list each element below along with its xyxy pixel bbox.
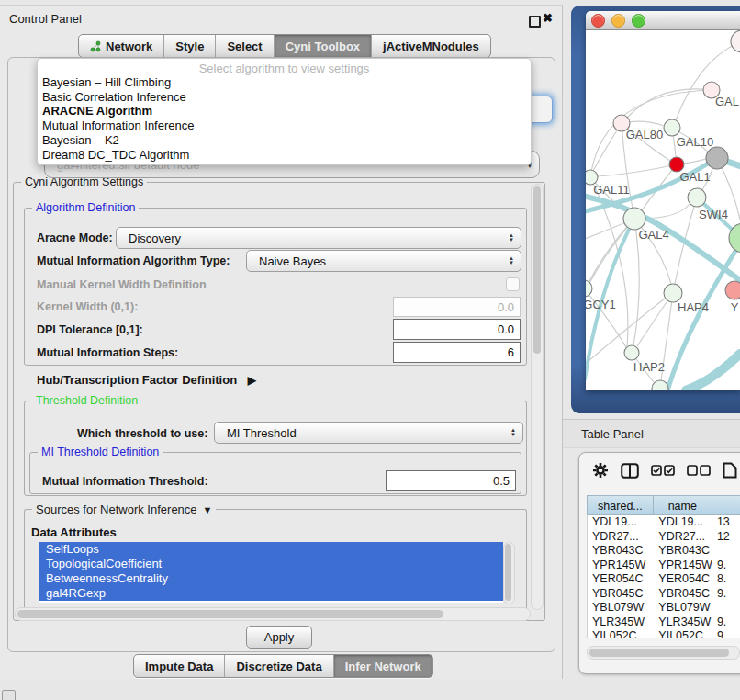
attribute-list-item[interactable]: TopologicalCoefficient [39,557,503,571]
bottom-tab-discretize-data[interactable]: Discretize Data [224,655,332,677]
close-traffic-light[interactable] [591,14,605,28]
minimize-traffic-light[interactable] [611,14,625,28]
table-row[interactable]: YDL19...YDL19...13 [588,515,740,530]
mi-threshold-group-title: MI Threshold Definition [38,446,163,458]
network-node[interactable] [731,30,740,52]
tab-style[interactable]: Style [163,35,215,57]
table-cell: 9. [712,615,740,630]
table-cell: YDR27... [588,530,654,545]
dropdown-item[interactable]: Mutual Information Inference [38,119,531,133]
settings-horizontal-scrollbar[interactable] [15,607,531,621]
dropdown-item[interactable]: Basic Correlation Inference [38,90,531,105]
table-panel-title: Table Panel [563,427,644,441]
network-node[interactable] [706,147,728,169]
table-header-row: shared...name [587,495,740,515]
table-row[interactable]: YBL079WYBL079W [588,601,740,615]
dropdown-item[interactable]: Bayesian – K2 [38,133,531,148]
close-panel-icon[interactable]: ✖ [543,11,553,25]
aracne-mode-combo[interactable]: Discovery ▲▼ [116,227,521,249]
unchecked-checkboxes-icon[interactable] [687,465,711,476]
mi-threshold-label: Mutual Information Threshold: [42,475,208,488]
tab-cyni-toolbox[interactable]: Cyni Toolbox [274,35,371,57]
float-panel-icon[interactable] [529,16,541,28]
mi-steps-field[interactable]: 6 [393,342,521,363]
mi-threshold-field[interactable]: 0.5 [386,470,516,491]
table-cell: YBR043C [654,544,712,559]
table-row[interactable]: YDR27...YDR27...12 [588,530,740,545]
tab-label: Select [227,40,262,53]
tab-label: Infer Network [345,660,421,673]
table-row[interactable]: YPR145WYPR145W9. [588,559,740,573]
chevron-right-icon: ▶ [248,374,256,387]
table-cell: YDR27... [654,530,712,545]
table-cell: 13 [712,515,740,530]
table-cell: YDL19... [654,515,712,530]
mi-type-combo[interactable]: Naive Bayes ▲▼ [246,250,521,272]
checked-checkboxes-icon[interactable] [651,465,675,476]
node-label: GAL11 [593,183,630,197]
attribute-list-item[interactable]: gal4RGexp [39,586,503,601]
gear-icon[interactable] [592,462,609,479]
dropdown-item[interactable]: ARACNE Algorithm [38,104,531,119]
table-row[interactable]: YBR045CYBR045C9. [588,587,740,602]
node-attribute-table: shared...name YDL19...YDL19...13YDR27...… [587,495,740,638]
network-node-hap2[interactable] [624,345,639,360]
network-edge [598,164,677,176]
tab-jactivemnodules[interactable]: jActiveMNodules [371,35,490,57]
sources-group-title[interactable]: Sources for Network Inference▼ [32,502,216,516]
apply-button[interactable]: Apply [246,626,312,649]
table-column-header[interactable] [712,495,740,515]
node-label: GAL80 [626,128,663,141]
network-node-gcy1[interactable] [586,280,592,297]
split-columns-icon[interactable] [621,463,639,479]
tab-network[interactable]: Network [79,35,163,57]
hub-definition-toggle[interactable]: Hub/Transcription Factor Definition ▶ [37,373,256,387]
tab-label: Style [175,40,204,53]
network-canvas[interactable]: GALGAL80GAL10GAL1GAL11SWI4GAL4GCY1HAP4YH… [586,30,740,390]
settings-vertical-scrollbar[interactable] [531,184,544,610]
table-cell: YBL079W [654,601,712,615]
network-node[interactable] [652,380,668,390]
manual-kernel-checkbox[interactable] [506,277,520,291]
document-icon[interactable] [723,462,737,479]
kernel-width-field[interactable]: 0.0 [393,297,521,317]
tab-select[interactable]: Select [215,35,273,57]
bottom-tab-impute-data[interactable]: Impute Data [134,655,224,677]
network-node-swi4[interactable] [688,188,706,207]
dpi-tolerance-field[interactable]: 0.0 [393,319,521,340]
network-window-titlebar[interactable] [586,11,740,30]
attribute-list-scrollbar[interactable] [503,542,515,604]
node-label: GAL10 [677,135,713,149]
attribute-list-item[interactable]: BetweennessCentrality [39,571,503,586]
network-node-gal4[interactable] [623,208,645,230]
table-cell: YLR345W [588,615,654,630]
table-cell: YDL19... [588,515,654,530]
attribute-list-item[interactable]: SelfLoops [39,542,503,557]
table-row[interactable]: YLR345WYLR345W9. [588,615,740,630]
node-label: HAP4 [678,300,709,314]
table-column-header[interactable]: name [654,495,712,515]
network-node-hap4[interactable] [664,284,682,302]
table-column-header[interactable]: shared... [587,495,654,515]
zoom-traffic-light[interactable] [632,14,645,28]
data-attributes-list: SelfLoopsTopologicalCoefficientBetweenne… [39,542,503,603]
dropdown-item[interactable]: Dream8 DC_TDC Algorithm [38,148,531,163]
table-row[interactable]: YIL052CYIL052C9 [588,629,740,638]
bottom-left-partial-icon[interactable] [2,690,16,700]
network-node-gal10[interactable] [664,119,680,136]
network-node-y[interactable] [725,281,740,299]
table-cell: YLR345W [654,615,712,630]
table-cell: YER054C [588,572,654,587]
bottom-tab-infer-network[interactable]: Infer Network [333,655,432,677]
table-row[interactable]: YER054CYER054C8. [588,572,740,587]
tab-label: Cyni Toolbox [286,40,360,53]
dropdown-item[interactable]: Bayesian – Hill Climbing [38,75,531,90]
table-row[interactable]: YBR043CYBR043C [588,544,740,559]
table-cell: 9. [712,587,740,602]
which-threshold-value: MI Threshold [227,426,297,440]
spinner-arrows-icon: ▲▼ [509,233,514,243]
table-horizontal-scrollbar[interactable] [587,646,740,660]
which-threshold-combo[interactable]: MI Threshold ▲▼ [214,422,523,444]
which-threshold-label: Which threshold to use: [77,427,207,440]
dpi-tolerance-label: DPI Tolerance [0,1]: [37,323,143,336]
